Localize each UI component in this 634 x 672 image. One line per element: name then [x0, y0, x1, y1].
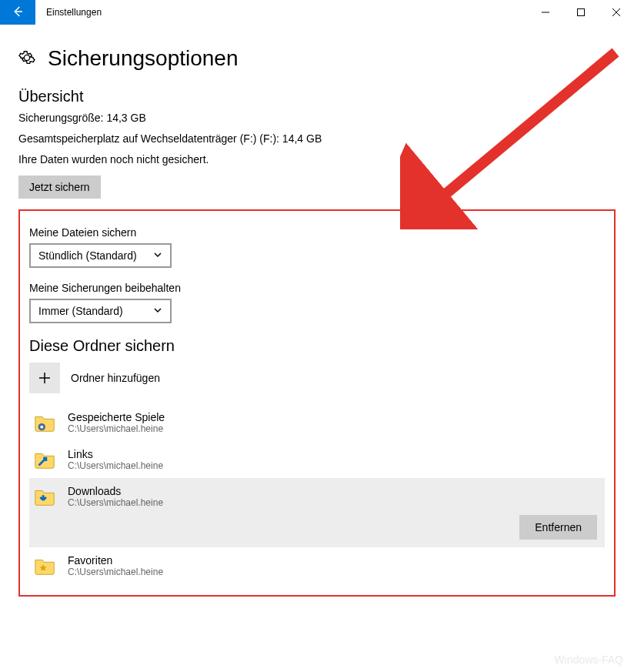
- folder-row[interactable]: Gespeicherte Spiele C:\Users\michael.hei…: [29, 404, 605, 441]
- folder-row-selected[interactable]: Downloads C:\Users\michael.heine Entfern…: [29, 478, 605, 547]
- back-button[interactable]: [0, 0, 35, 25]
- frequency-label: Meine Dateien sichern: [29, 226, 605, 239]
- maximize-button[interactable]: [563, 0, 599, 25]
- back-arrow-icon: [11, 5, 25, 21]
- folder-path: C:\Users\michael.heine: [68, 460, 163, 471]
- remove-folder-button[interactable]: Entfernen: [519, 515, 597, 540]
- svg-rect-2: [578, 9, 585, 16]
- page-title: Sicherungsoptionen: [48, 46, 239, 71]
- downloads-folder-icon: [32, 484, 57, 509]
- close-button[interactable]: [599, 0, 634, 25]
- backup-status-text: Ihre Daten wurden noch nicht gesichert.: [18, 152, 616, 168]
- folder-name: Favoriten: [68, 554, 163, 567]
- add-folder-button[interactable]: Ordner hinzufügen: [29, 363, 605, 393]
- favorites-folder-icon: [32, 553, 57, 578]
- overview-heading: Übersicht: [18, 88, 616, 105]
- backup-size-text: Sicherungsgröße: 14,3 GB: [18, 110, 616, 126]
- chevron-down-icon: [153, 305, 162, 317]
- add-folder-label: Ordner hinzufügen: [71, 372, 160, 384]
- folder-row[interactable]: Links C:\Users\michael.heine: [29, 441, 605, 478]
- links-folder-icon: [32, 447, 57, 472]
- watermark-text: Windows-FAQ: [555, 654, 623, 666]
- chevron-down-icon: [153, 249, 162, 262]
- minimize-icon: [542, 6, 549, 18]
- window-controls: [528, 0, 634, 25]
- folder-path: C:\Users\michael.heine: [68, 423, 165, 434]
- minimize-button[interactable]: [528, 0, 563, 25]
- retention-value: Immer (Standard): [38, 305, 123, 317]
- page-header: Sicherungsoptionen: [18, 46, 616, 71]
- frequency-dropdown[interactable]: Stündlich (Standard): [29, 243, 172, 268]
- folder-name: Downloads: [68, 485, 163, 497]
- saved-games-folder-icon: [32, 410, 57, 435]
- retention-dropdown[interactable]: Immer (Standard): [29, 299, 172, 323]
- page-content: Sicherungsoptionen Übersicht Sicherungsg…: [0, 25, 634, 604]
- folders-heading: Diese Ordner sichern: [29, 337, 605, 355]
- frequency-value: Stündlich (Standard): [38, 249, 137, 262]
- maximize-icon: [577, 6, 585, 18]
- close-icon: [612, 6, 620, 18]
- folder-name: Links: [68, 448, 163, 460]
- plus-icon: [29, 363, 60, 393]
- window-title: Einstellungen: [35, 7, 102, 18]
- window-titlebar: Einstellungen: [0, 0, 634, 25]
- storage-space-text: Gesamtspeicherplatz auf Wechseldatenträg…: [18, 131, 616, 147]
- svg-point-8: [40, 426, 43, 429]
- folder-row[interactable]: Favoriten C:\Users\michael.heine: [29, 547, 605, 584]
- gear-icon: [18, 49, 35, 69]
- folder-path: C:\Users\michael.heine: [68, 567, 163, 577]
- folder-name: Gespeicherte Spiele: [68, 411, 165, 423]
- retention-label: Meine Sicherungen beibehalten: [29, 282, 605, 294]
- folder-path: C:\Users\michael.heine: [68, 497, 163, 508]
- highlighted-settings-box: Meine Dateien sichern Stündlich (Standar…: [18, 209, 616, 597]
- backup-now-button[interactable]: Jetzt sichern: [18, 176, 101, 199]
